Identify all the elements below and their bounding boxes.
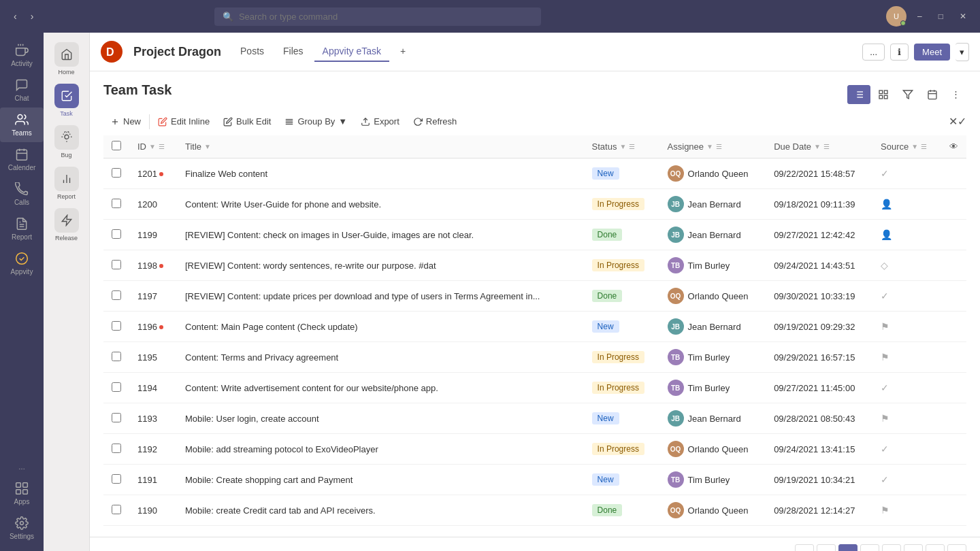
source-icon: ✓ [881, 168, 889, 179]
sidebar-item-calls[interactable]: Calls [0, 177, 44, 212]
project-name: Project Dragon [133, 45, 221, 59]
table-row: 1191 Mobile: Create shopping cart and Pa… [103, 465, 966, 495]
cell-source: ⚑ [872, 342, 941, 373]
more-views-button[interactable]: ⋮ [945, 85, 966, 104]
id-sort-icon[interactable]: ▼ [149, 143, 156, 150]
table-row: 1197 [REVIEW] Content: update prices per… [103, 281, 966, 312]
tab-appvity-etask[interactable]: Appvity eTask [314, 41, 389, 62]
page-3-button[interactable]: 3 [882, 544, 901, 551]
sidebar-item-appvity[interactable]: Appvity [0, 246, 44, 281]
search-input[interactable] [239, 12, 533, 22]
sidebar-item-more[interactable]: … [7, 458, 37, 476]
row-checkbox[interactable] [112, 413, 121, 422]
group-by-button[interactable]: Group By ▼ [278, 113, 354, 130]
prev-page-button[interactable]: ‹ [817, 544, 836, 551]
sidebar: Activity Chat Teams Calender Calls Repor… [0, 33, 44, 551]
id-filter-icon[interactable]: ☰ [159, 143, 165, 150]
assignee-filter2-icon[interactable]: ☰ [716, 143, 722, 150]
row-checkbox[interactable] [112, 321, 121, 331]
team-sidebar-item-bug[interactable]: Bug [44, 121, 89, 163]
assignee-avatar: TB [668, 349, 684, 365]
assignee-avatar: OQ [668, 288, 684, 304]
cell-source: ◇ [872, 250, 941, 281]
edit-inline-button[interactable]: Edit Inline [151, 113, 216, 130]
new-label: New [123, 116, 141, 127]
svg-rect-28 [879, 95, 883, 99]
visibility-icon: 👁 [949, 141, 958, 152]
page-2-button[interactable]: 2 [860, 544, 879, 551]
duedate-filter-icon[interactable]: ▼ [814, 143, 821, 150]
sidebar-item-calendar[interactable]: Calender [0, 142, 44, 177]
list-view-button[interactable] [847, 85, 870, 104]
row-checkbox[interactable] [112, 168, 121, 178]
assignee-avatar: JB [668, 227, 684, 243]
sidebar-item-report[interactable]: Report [0, 212, 44, 246]
source-filter-icon[interactable]: ▼ [911, 143, 918, 150]
group-by-label: Group By [297, 116, 335, 127]
sidebar-item-teams[interactable]: Teams [0, 107, 44, 142]
row-checkbox[interactable] [112, 444, 121, 453]
back-button[interactable]: ‹ [8, 8, 22, 24]
page-4-button[interactable]: 4 [904, 544, 923, 551]
row-checkbox[interactable] [112, 352, 121, 361]
sidebar-item-settings[interactable]: Settings [7, 511, 37, 546]
last-page-button[interactable]: » [947, 544, 966, 551]
more-options-button[interactable]: ... [862, 44, 885, 61]
sidebar-item-chat[interactable]: Chat [0, 73, 44, 107]
filter-view-button[interactable] [896, 85, 919, 104]
team-sidebar-item-release[interactable]: Release [44, 204, 89, 246]
table-row: 1193 Mobile: User login, create account … [103, 403, 966, 434]
export-button[interactable]: Export [354, 113, 406, 130]
release-icon-box [54, 208, 79, 233]
select-all-checkbox[interactable] [112, 141, 121, 150]
team-sidebar-item-home[interactable]: Home [44, 38, 89, 80]
refresh-button[interactable]: Refresh [406, 113, 464, 130]
source-filter2-icon[interactable]: ☰ [921, 143, 927, 150]
team-sidebar-item-report[interactable]: Report [44, 163, 89, 204]
status-filter-icon[interactable]: ▼ [619, 143, 626, 150]
sidebar-item-apps[interactable]: Apps [7, 476, 37, 511]
calendar-view-button[interactable] [921, 85, 944, 104]
row-checkbox[interactable] [112, 260, 121, 269]
grid-view-button[interactable] [872, 85, 895, 104]
team-sidebar-bug-label: Bug [61, 152, 71, 158]
row-checkbox[interactable] [112, 382, 121, 392]
maximize-button[interactable]: □ [933, 10, 949, 22]
cell-title: Mobile: add streaming potocol to ExoVide… [177, 434, 584, 465]
cell-id: 1196 [129, 312, 177, 342]
tab-add[interactable]: + [392, 41, 414, 62]
bulk-edit-button[interactable]: Bulk Edit [216, 113, 278, 130]
cell-id: 1193 [129, 403, 177, 434]
cell-status: In Progress [584, 342, 659, 373]
cell-source: ✓ [872, 434, 941, 465]
close-button[interactable]: ✕ [954, 10, 972, 22]
source-icon: ⚑ [881, 352, 889, 363]
status-filter2-icon[interactable]: ☰ [629, 143, 635, 150]
next-page-button[interactable]: › [926, 544, 945, 551]
minimize-button[interactable]: – [912, 10, 928, 22]
first-page-button[interactable]: « [795, 544, 814, 551]
forward-button[interactable]: › [25, 8, 39, 24]
row-checkbox[interactable] [112, 229, 121, 239]
meet-dropdown-button[interactable]: ▾ [956, 43, 969, 61]
duedate-filter2-icon[interactable]: ☰ [823, 143, 830, 150]
row-checkbox[interactable] [112, 505, 121, 514]
close-toolbar-button[interactable]: ✕ [949, 115, 958, 128]
confirm-button[interactable]: ✓ [958, 115, 966, 128]
row-checkbox[interactable] [112, 199, 121, 208]
sidebar-item-activity[interactable]: Activity [0, 38, 44, 73]
meet-button[interactable]: Meet [914, 44, 950, 61]
info-button[interactable]: ℹ [890, 44, 909, 61]
task-table: ID ▼ ☰ Title ▼ [103, 135, 966, 526]
new-button[interactable]: New [103, 113, 148, 130]
team-sidebar-item-task[interactable]: Task [44, 80, 89, 121]
title-filter-icon[interactable]: ▼ [204, 143, 211, 150]
row-checkbox[interactable] [112, 474, 121, 484]
tab-files[interactable]: Files [275, 41, 312, 62]
page-1-button[interactable]: 1 [838, 544, 858, 551]
search-bar[interactable]: 🔍 [214, 7, 541, 26]
tab-posts[interactable]: Posts [232, 41, 272, 62]
row-checkbox[interactable] [112, 290, 121, 300]
assignee-filter-icon[interactable]: ▼ [706, 143, 713, 150]
sidebar-bottom: … Apps Settings [7, 458, 37, 546]
